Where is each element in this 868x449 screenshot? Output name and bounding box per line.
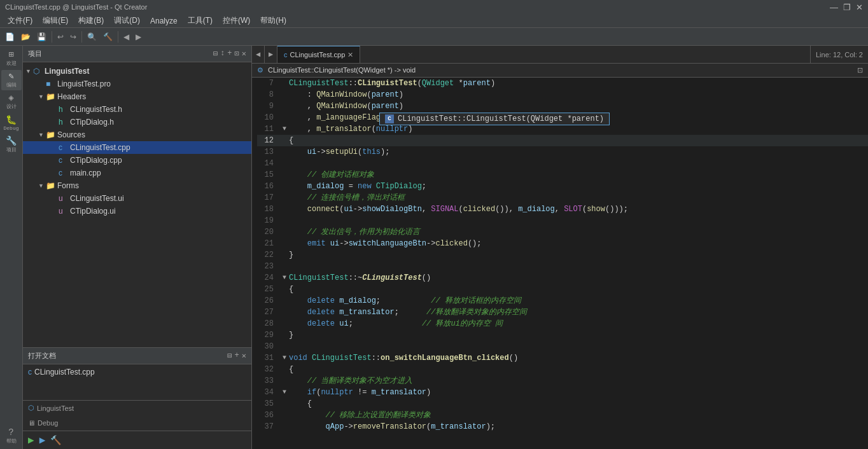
collapse-31[interactable]: ▼ — [280, 352, 289, 364]
tab-nav-left-button[interactable]: ◀ — [252, 46, 265, 63]
filter-icon[interactable]: ⊟ — [213, 49, 218, 59]
collapse-13[interactable] — [280, 146, 289, 158]
toolbar-open-button[interactable]: 📂 — [18, 31, 33, 43]
help-icon: ? — [8, 428, 13, 437]
toolbar-new-button[interactable]: 📄 — [3, 31, 17, 43]
code-line-26: 26 delete m_dialog; // 释放对话框的内存空间 — [257, 295, 868, 307]
tree-item-clinguisttest-cpp[interactable]: c CLinguistTest.cpp — [23, 141, 251, 154]
tree-folder-headers[interactable]: ▼ 📁 Headers — [23, 90, 251, 103]
sidebar-debug-button[interactable]: 🐛 Debug — [1, 113, 22, 134]
menu-edit[interactable]: 编辑(E) — [38, 14, 73, 27]
code-text-35: { — [289, 398, 868, 410]
collapse-19[interactable] — [280, 215, 289, 226]
sidebar-help-button[interactable]: ? 帮助 — [1, 426, 22, 446]
close-button[interactable]: ✕ — [856, 3, 863, 12]
maximize-button[interactable]: ❐ — [843, 3, 851, 12]
collapse-28[interactable] — [280, 318, 289, 329]
sidebar-design-button[interactable]: ◈ 设计 — [1, 92, 22, 112]
collapse-32[interactable] — [280, 364, 289, 375]
collapse-23[interactable] — [280, 261, 289, 272]
collapse-11[interactable]: ▼ — [280, 123, 289, 135]
tree-folder-forms[interactable]: ▼ 📁 Forms — [23, 179, 251, 192]
collapse-10[interactable] — [280, 112, 289, 123]
collapse-36[interactable] — [280, 410, 289, 421]
menu-controls[interactable]: 控件(W) — [218, 14, 255, 27]
menu-help[interactable]: 帮助(H) — [255, 14, 291, 27]
collapse-27[interactable] — [280, 307, 289, 318]
toolbar-back-button[interactable]: ◀ — [121, 31, 132, 43]
sidebar-projects-button[interactable]: 🔧 项目 — [1, 135, 22, 155]
collapse-16[interactable] — [280, 181, 289, 192]
collapse-34[interactable]: ▼ — [280, 387, 289, 398]
collapse-18[interactable] — [280, 204, 289, 215]
collapse-29[interactable] — [280, 329, 289, 341]
menu-file[interactable]: 文件(F) — [3, 14, 38, 27]
toolbar-undo-button[interactable]: ↩ — [55, 31, 66, 43]
menu-analyze[interactable]: Analyze — [145, 15, 183, 27]
collapse-12[interactable] — [280, 135, 289, 146]
project-badge[interactable]: ⬡ LinguistTest — [23, 400, 251, 415]
breadcrumb-expand-icon[interactable]: ⊡ — [857, 66, 863, 74]
collapse-9[interactable] — [280, 100, 289, 112]
tree-item-ctipdialog-cpp[interactable]: c CTipDialog.cpp — [23, 154, 251, 167]
line-number-28: 28 — [257, 318, 280, 329]
close-panel-icon[interactable]: ✕ — [242, 49, 246, 59]
more-icon[interactable]: ⊡ — [235, 49, 239, 59]
code-text-7: CLinguistTest::CLinguistTest(QWidget *pa… — [289, 78, 868, 89]
code-editor[interactable]: C CLinguistTest::CLinguistTest(QWidget *… — [252, 78, 868, 449]
open-docs-controls: ⊟ + ✕ — [227, 351, 246, 361]
menu-tools[interactable]: 工具(T) — [183, 14, 218, 27]
toolbar-forward-button[interactable]: ▶ — [133, 31, 144, 43]
toolbar-save-button[interactable]: 💾 — [34, 31, 49, 43]
collapse-35[interactable] — [280, 398, 289, 410]
run-button[interactable]: ▶ — [28, 434, 34, 446]
tree-root-linguisttest[interactable]: ▼ ⬡ LinguistTest — [23, 65, 251, 78]
add-icon[interactable]: + — [227, 49, 232, 59]
open-docs-close-icon[interactable]: ✕ — [242, 351, 246, 361]
tree-item-clinguisttest-ui[interactable]: u CLinguistTest.ui — [23, 192, 251, 205]
collapse-15[interactable] — [280, 169, 289, 181]
debug-badge[interactable]: 🖥 Debug — [23, 415, 251, 431]
open-docs-add-icon[interactable]: + — [235, 351, 239, 361]
sidebar-edit-button[interactable]: ✎ 编辑 — [1, 70, 22, 90]
open-docs-filter-icon[interactable]: ⊟ — [227, 351, 232, 361]
tab-clinguisttest-cpp[interactable]: c CLinguistTest.cpp ✕ — [277, 46, 360, 63]
toolbar-redo-button[interactable]: ↪ — [67, 31, 79, 43]
tree-item-main-cpp[interactable]: c main.cpp — [23, 167, 251, 179]
collapse-20[interactable] — [280, 226, 289, 238]
collapse-7[interactable] — [280, 78, 289, 89]
collapse-8[interactable] — [280, 89, 289, 100]
toolbar-build-button[interactable]: 🔨 — [101, 31, 115, 43]
debug-run-button[interactable]: ▶ — [39, 434, 46, 446]
titlebar: CLinguistTest.cpp @ LinguistTest - Qt Cr… — [0, 0, 868, 14]
collapse-37[interactable] — [280, 421, 289, 432]
tree-item-linguisttest-pro[interactable]: ■ LinguistTest.pro — [23, 78, 251, 90]
collapse-30[interactable] — [280, 341, 289, 352]
collapse-24[interactable]: ▼ — [280, 272, 289, 284]
toolbar-search-button[interactable]: 🔍 — [85, 31, 99, 43]
collapse-26[interactable] — [280, 295, 289, 307]
tab-close-button[interactable]: ✕ — [347, 51, 353, 59]
build-button[interactable]: 🔨 — [50, 435, 61, 446]
tree-item-ctipdialog-ui[interactable]: u CTipDialog.ui — [23, 205, 251, 218]
menu-debug[interactable]: 调试(D) — [109, 14, 145, 27]
collapse-33[interactable] — [280, 375, 289, 387]
tree-item-clinguisttest-h[interactable]: h CLinguistTest.h — [23, 103, 251, 116]
sync-icon[interactable]: ↕ — [220, 49, 225, 59]
code-text-37: qApp->removeTranslator(m_translator); — [289, 421, 868, 432]
minimize-button[interactable]: — — [830, 3, 838, 12]
collapse-14[interactable] — [280, 158, 289, 169]
code-content[interactable]: 7 CLinguistTest::CLinguistTest(QWidget *… — [252, 78, 868, 449]
menu-build[interactable]: 构建(B) — [73, 14, 109, 27]
collapse-17[interactable] — [280, 192, 289, 204]
collapse-21[interactable] — [280, 238, 289, 249]
sidebar-welcome-button[interactable]: ⊞ 欢迎 — [1, 48, 22, 69]
collapse-25[interactable] — [280, 284, 289, 295]
tree-folder-sources[interactable]: ▼ 📁 Sources — [23, 128, 251, 141]
line-number-23: 23 — [257, 261, 280, 272]
collapse-22[interactable] — [280, 249, 289, 261]
open-doc-clinguisttest-cpp[interactable]: c CLinguistTest.cpp — [23, 366, 251, 378]
tree-item-ctipdialog-h[interactable]: h CTipDialog.h — [23, 116, 251, 128]
tab-nav-right-button[interactable]: ▶ — [265, 46, 277, 63]
titlebar-controls: — ❐ ✕ — [830, 3, 863, 12]
